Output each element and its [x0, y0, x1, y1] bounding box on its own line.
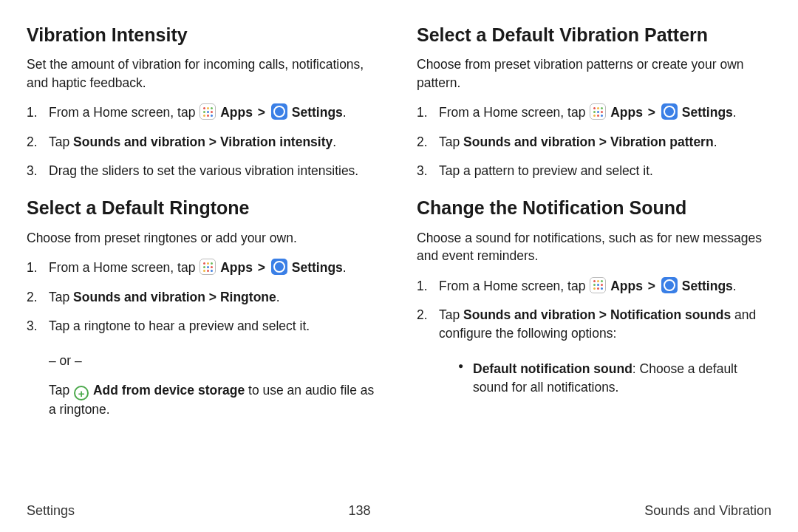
or-divider: – or – — [27, 352, 381, 370]
caret-icon: > — [258, 105, 265, 120]
apps-label: Apps — [610, 279, 643, 293]
step-1: From a Home screen, tap Apps > Settings. — [417, 103, 771, 122]
intro-text: Set the amount of vibration for incoming… — [27, 55, 381, 92]
bullet-list: Default notification sound: Choose a def… — [417, 360, 771, 398]
settings-icon — [661, 103, 678, 120]
bullet-item: Default notification sound: Choose a def… — [458, 360, 771, 398]
intro-text: Choose a sound for notifications, such a… — [417, 229, 771, 265]
apps-label: Apps — [220, 260, 253, 275]
apps-icon — [590, 277, 606, 293]
step-3: Tap a ringtone to hear a preview and sel… — [27, 317, 381, 335]
step-1: From a Home screen, tap Apps > Settings. — [27, 103, 381, 122]
settings-label: Settings — [292, 260, 343, 275]
step-3: Drag the sliders to set the various vibr… — [27, 162, 381, 180]
step-1: From a Home screen, tap Apps > Settings. — [27, 259, 381, 277]
steps-list: From a Home screen, tap Apps > Settings.… — [417, 103, 771, 180]
step-2-bold: Sounds and vibration > Vibration pattern — [463, 134, 714, 149]
heading-notification-sound: Change the Notification Sound — [417, 197, 771, 219]
footer-page-number: 138 — [349, 503, 371, 519]
settings-label: Settings — [682, 279, 733, 293]
add-icon: + — [74, 386, 89, 400]
settings-icon — [661, 277, 678, 293]
apps-icon — [200, 259, 216, 275]
caret-icon: > — [258, 260, 265, 275]
settings-icon — [271, 259, 287, 275]
step-1: From a Home screen, tap Apps > Settings. — [417, 277, 771, 296]
settings-label: Settings — [292, 105, 343, 120]
page-footer: Settings 138 Sounds and Vibration — [27, 503, 771, 519]
step-2: Tap Sounds and vibration > Ringtone. — [27, 288, 381, 307]
settings-icon — [271, 103, 287, 120]
step-2-bold: Sounds and vibration > Ringtone — [73, 290, 276, 304]
apps-icon — [590, 103, 606, 120]
step-2-bold: Sounds and vibration > Vibration intensi… — [73, 134, 332, 149]
intro-text: Choose from preset ringtones or add your… — [27, 229, 381, 248]
caret-icon: > — [648, 105, 655, 120]
heading-vibration-pattern: Select a Default Vibration Pattern — [417, 24, 771, 47]
steps-list: From a Home screen, tap Apps > Settings.… — [417, 277, 771, 344]
section-select-ringtone: Select a Default Ringtone Choose from pr… — [27, 197, 381, 419]
caret-icon: > — [648, 279, 655, 293]
add-label: Add from device storage — [93, 383, 245, 398]
section-notification-sound: Change the Notification Sound Choose a s… — [417, 197, 771, 397]
heading-vibration-intensity: Vibration Intensity — [27, 24, 381, 47]
section-vibration-pattern: Select a Default Vibration Pattern Choos… — [417, 24, 771, 180]
step-2: Tap Sounds and vibration > Notification … — [417, 306, 771, 344]
footer-left: Settings — [27, 503, 75, 519]
settings-label: Settings — [682, 105, 733, 120]
left-column: Vibration Intensity Set the amount of vi… — [27, 24, 381, 496]
step-3: Tap a pattern to preview and select it. — [417, 162, 771, 180]
steps-list: From a Home screen, tap Apps > Settings.… — [27, 103, 381, 180]
apps-icon — [200, 103, 216, 120]
step-2: Tap Sounds and vibration > Vibration int… — [27, 133, 381, 151]
right-column: Select a Default Vibration Pattern Choos… — [417, 24, 771, 496]
step-2: Tap Sounds and vibration > Vibration pat… — [417, 133, 771, 151]
section-vibration-intensity: Vibration Intensity Set the amount of vi… — [27, 24, 381, 180]
step-2-bold: Sounds and vibration > Notification soun… — [463, 307, 731, 322]
apps-label: Apps — [220, 105, 253, 120]
steps-list: From a Home screen, tap Apps > Settings.… — [27, 259, 381, 335]
sub-step: Tap + Add from device storage to use an … — [27, 381, 381, 420]
page-content: Vibration Intensity Set the amount of vi… — [27, 24, 771, 496]
intro-text: Choose from preset vibration patterns or… — [417, 55, 771, 92]
heading-select-ringtone: Select a Default Ringtone — [27, 197, 381, 219]
bullet-bold: Default notification sound — [473, 361, 632, 376]
apps-label: Apps — [610, 105, 643, 120]
footer-right: Sounds and Vibration — [644, 503, 771, 519]
